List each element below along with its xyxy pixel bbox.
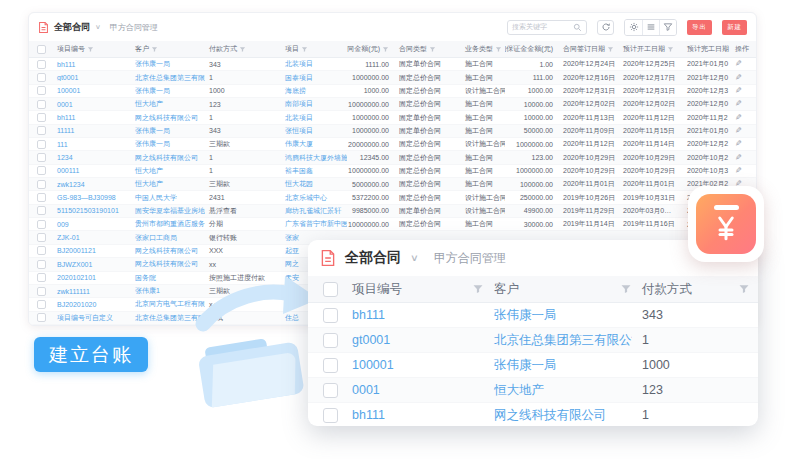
refresh-button[interactable] xyxy=(597,20,614,35)
cell-link[interactable]: BJWZX001 xyxy=(53,261,131,268)
filter-icon[interactable] xyxy=(667,46,674,53)
row-checkbox[interactable] xyxy=(323,358,338,373)
edit-pencil-icon[interactable]: ✎ xyxy=(735,154,742,162)
cell-link[interactable]: 张伟康一局 xyxy=(484,357,632,374)
settings-button[interactable] xyxy=(625,20,642,35)
row-checkbox[interactable] xyxy=(37,126,46,135)
cell-link[interactable]: BJ20001121 xyxy=(53,247,131,254)
row-checkbox[interactable] xyxy=(37,220,46,229)
chevron-down-icon[interactable]: ∨ xyxy=(95,24,101,30)
edit-pencil-icon[interactable]: ✎ xyxy=(735,127,742,135)
cell-link[interactable]: 海底捞 xyxy=(281,86,347,96)
cell-link[interactable]: gt0001 xyxy=(342,333,484,347)
columns-button[interactable] xyxy=(642,20,659,35)
cell-link[interactable]: GS-983—BJ30998 xyxy=(53,194,131,201)
cell-link[interactable]: 张伟康一局 xyxy=(131,139,205,149)
row-checkbox[interactable] xyxy=(37,166,46,175)
cell-link[interactable]: 000111 xyxy=(53,167,131,174)
filter-icon[interactable] xyxy=(239,46,246,53)
cell-link[interactable]: 5115021503190101 xyxy=(53,207,131,214)
yuan-money-badge[interactable] xyxy=(688,186,764,262)
cell-link[interactable]: 网之线科技有限公司 xyxy=(131,153,205,163)
row-checkbox[interactable] xyxy=(37,86,46,95)
cell-link[interactable]: 恒大花园 xyxy=(281,179,347,189)
filter-icon[interactable] xyxy=(151,46,158,53)
cell-link[interactable]: 网之线科技有限公司 xyxy=(131,246,205,256)
cell-link[interactable]: 张恒项目 xyxy=(281,126,347,136)
edit-pencil-icon[interactable]: ✎ xyxy=(735,140,742,148)
row-checkbox[interactable] xyxy=(37,287,46,296)
cell-link[interactable]: 国务院 xyxy=(131,273,205,283)
cell-link[interactable]: 0001 xyxy=(53,101,131,108)
cell-link[interactable]: 贵州市都昀重酒店服务有… xyxy=(131,219,205,229)
cell-link[interactable]: 伟康大厦 xyxy=(281,139,347,149)
cell-link[interactable]: 国泰项目 xyxy=(281,73,347,83)
cell-link[interactable]: 中国人民大学 xyxy=(131,193,205,203)
cell-link[interactable]: bh111 xyxy=(342,308,484,322)
row-checkbox[interactable] xyxy=(37,100,46,109)
column-header[interactable]: 预计开工日期 xyxy=(619,44,683,54)
row-checkbox[interactable] xyxy=(37,193,46,202)
column-header[interactable]: 客户 xyxy=(484,281,632,298)
cell-link[interactable]: ZJK-01 xyxy=(53,234,131,241)
cell-link[interactable]: 廊坊孔雀城汇景轩 xyxy=(281,206,347,216)
cell-link[interactable]: bh111 xyxy=(53,61,131,68)
cell-link[interactable]: 100001 xyxy=(342,358,484,372)
cell-link[interactable]: 张家口工商局 xyxy=(131,233,205,243)
filter-icon[interactable] xyxy=(429,46,436,53)
cell-link[interactable]: 鸿腾科技大厦外墙施工项目 xyxy=(281,153,347,163)
column-header[interactable]: 项目编号 xyxy=(342,281,484,298)
row-checkbox[interactable] xyxy=(37,180,46,189)
cell-link[interactable]: 网之线科技有限公司 xyxy=(484,407,632,424)
cell-link[interactable]: 广东省普宁市新中医医院… xyxy=(281,219,347,229)
row-checkbox[interactable] xyxy=(37,113,46,122)
filter-icon[interactable] xyxy=(607,46,614,53)
row-checkbox[interactable] xyxy=(37,313,46,322)
cell-link[interactable]: BJ20201020 xyxy=(53,301,131,308)
cell-link[interactable]: 张伟康一局 xyxy=(131,126,205,136)
row-checkbox[interactable] xyxy=(37,153,46,162)
row-checkbox[interactable] xyxy=(323,408,338,423)
export-button[interactable]: 导出 xyxy=(687,20,712,35)
cell-link[interactable]: 张伟康一局 xyxy=(131,86,205,96)
cell-link[interactable]: 009 xyxy=(53,221,131,228)
cell-link[interactable]: 南部项目 xyxy=(281,99,347,109)
row-checkbox[interactable] xyxy=(37,60,46,69)
cell-link[interactable]: 北京同方电气工程有限公司 xyxy=(131,299,205,309)
cell-link[interactable]: 网之线科技有限公司 xyxy=(131,259,205,269)
row-checkbox[interactable] xyxy=(323,308,338,323)
cell-link[interactable]: 张伟康1 xyxy=(131,286,205,296)
edit-pencil-icon[interactable]: ✎ xyxy=(735,74,742,82)
cell-link[interactable]: 北京乐城中心 xyxy=(281,193,347,203)
row-checkbox[interactable] xyxy=(37,246,46,255)
column-header[interactable]: 项目编号 xyxy=(53,44,131,54)
filter-button[interactable] xyxy=(659,20,676,35)
cell-link[interactable]: bh111 xyxy=(342,408,484,422)
row-checkbox[interactable] xyxy=(37,206,46,215)
row-checkbox[interactable] xyxy=(37,140,46,149)
cell-link[interactable]: 恒大地产 xyxy=(131,99,205,109)
column-header[interactable]: 客户 xyxy=(131,44,205,54)
create-ledger-button[interactable]: 建立台账 xyxy=(34,337,148,372)
cell-link[interactable]: 网之线科技有限公司 xyxy=(131,113,205,123)
row-checkbox[interactable] xyxy=(37,300,46,309)
filter-icon[interactable] xyxy=(472,283,484,295)
cell-link[interactable]: 恒大地产 xyxy=(131,166,205,176)
edit-pencil-icon[interactable]: ✎ xyxy=(735,114,742,122)
cell-link[interactable]: 1234 xyxy=(53,154,131,161)
cell-link[interactable]: 北京住总集团第三有限公司 xyxy=(131,73,205,83)
cell-link[interactable]: 111 xyxy=(53,141,131,148)
column-header[interactable]: 项目 xyxy=(281,44,347,54)
filter-icon[interactable] xyxy=(620,283,632,295)
chevron-down-icon[interactable]: ∨ xyxy=(410,252,419,263)
cell-link[interactable]: 固安华夏幸福基业房地产… xyxy=(131,206,205,216)
select-all-checkbox[interactable] xyxy=(37,45,46,54)
cell-link[interactable]: 0001 xyxy=(342,383,484,397)
cell-link[interactable]: 北京住总集团第三有限公司 xyxy=(484,332,632,349)
cell-link[interactable]: 恒大地产 xyxy=(484,382,632,399)
cell-link[interactable]: gt0001 xyxy=(53,74,131,81)
column-header[interactable]: 业务类型 xyxy=(461,44,505,54)
cell-link[interactable]: 张伟康一局 xyxy=(484,307,632,324)
cell-link[interactable]: 100001 xyxy=(53,87,131,94)
column-header[interactable]: 合同签订日期 xyxy=(559,44,619,54)
